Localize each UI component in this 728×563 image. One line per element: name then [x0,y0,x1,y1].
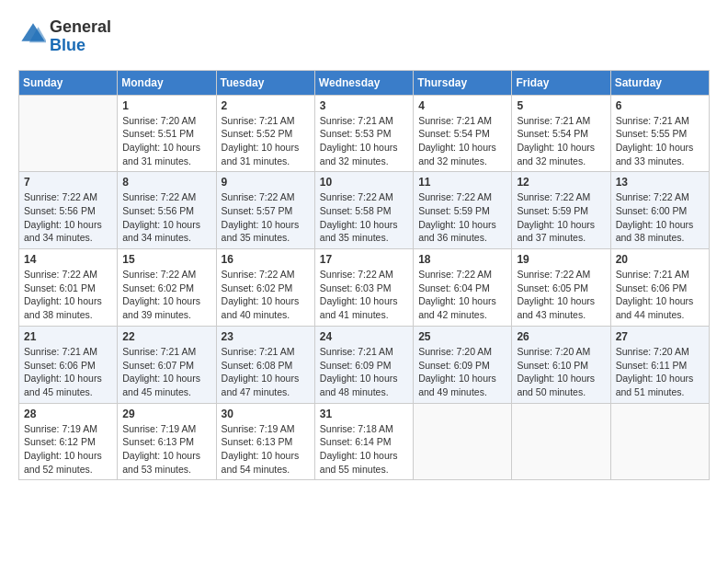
col-header-sunday: Sunday [19,70,118,95]
calendar-cell: 18Sunrise: 7:22 AMSunset: 6:04 PMDayligh… [414,249,512,327]
day-info: Sunrise: 7:22 AMSunset: 6:00 PMDaylight:… [616,190,704,245]
day-info: Sunrise: 7:21 AMSunset: 5:55 PMDaylight:… [616,114,704,168]
day-info: Sunrise: 7:22 AMSunset: 6:02 PMDaylight:… [222,268,310,322]
day-number: 1 [122,99,210,112]
calendar-cell: 29Sunrise: 7:19 AMSunset: 6:13 PMDayligh… [118,403,216,480]
day-number: 4 [418,99,506,112]
day-number: 19 [517,253,605,266]
day-info: Sunrise: 7:21 AMSunset: 5:53 PMDaylight:… [320,114,408,168]
calendar-cell [19,95,118,172]
day-info: Sunrise: 7:22 AMSunset: 5:59 PMDaylight:… [418,190,506,245]
calendar-cell [610,403,709,480]
calendar-cell [414,403,512,480]
day-info: Sunrise: 7:18 AMSunset: 6:14 PMDaylight:… [320,422,408,477]
calendar-cell: 20Sunrise: 7:21 AMSunset: 6:06 PMDayligh… [610,249,709,327]
day-info: Sunrise: 7:21 AMSunset: 5:52 PMDaylight:… [222,114,310,168]
day-info: Sunrise: 7:22 AMSunset: 5:56 PMDaylight:… [24,190,112,245]
calendar-cell: 27Sunrise: 7:20 AMSunset: 6:11 PMDayligh… [610,326,709,403]
day-info: Sunrise: 7:19 AMSunset: 6:13 PMDaylight:… [122,422,210,477]
day-info: Sunrise: 7:21 AMSunset: 6:06 PMDaylight:… [616,268,704,322]
day-info: Sunrise: 7:22 AMSunset: 6:04 PMDaylight:… [418,268,506,322]
col-header-thursday: Thursday [414,70,512,95]
calendar-table: SundayMondayTuesdayWednesdayThursdayFrid… [18,70,710,481]
calendar-cell: 26Sunrise: 7:20 AMSunset: 6:10 PMDayligh… [512,326,610,403]
calendar-cell: 24Sunrise: 7:21 AMSunset: 6:09 PMDayligh… [314,326,413,403]
day-number: 9 [222,176,310,189]
day-number: 15 [122,253,210,266]
day-number: 27 [616,330,704,343]
calendar-cell: 28Sunrise: 7:19 AMSunset: 6:12 PMDayligh… [19,403,118,480]
day-info: Sunrise: 7:22 AMSunset: 5:58 PMDaylight:… [320,190,408,245]
day-number: 25 [418,330,506,343]
day-info: Sunrise: 7:22 AMSunset: 5:56 PMDaylight:… [122,190,210,245]
day-info: Sunrise: 7:21 AMSunset: 6:06 PMDaylight:… [24,345,112,399]
day-number: 11 [418,176,506,189]
day-number: 23 [222,330,310,343]
day-number: 18 [418,253,506,266]
day-info: Sunrise: 7:22 AMSunset: 5:59 PMDaylight:… [517,190,605,245]
day-number: 10 [320,176,408,189]
day-number: 20 [616,253,704,266]
day-info: Sunrise: 7:20 AMSunset: 6:10 PMDaylight:… [517,345,605,399]
day-info: Sunrise: 7:22 AMSunset: 6:01 PMDaylight:… [24,268,112,322]
day-number: 12 [517,176,605,189]
day-number: 2 [222,99,310,112]
calendar-cell: 6Sunrise: 7:21 AMSunset: 5:55 PMDaylight… [610,95,709,172]
calendar-cell: 31Sunrise: 7:18 AMSunset: 6:14 PMDayligh… [314,403,413,480]
day-info: Sunrise: 7:21 AMSunset: 6:08 PMDaylight:… [222,345,310,399]
day-number: 31 [320,408,408,420]
calendar-cell: 1Sunrise: 7:20 AMSunset: 5:51 PMDaylight… [118,95,216,172]
calendar-cell: 11Sunrise: 7:22 AMSunset: 5:59 PMDayligh… [414,172,512,249]
calendar-cell: 10Sunrise: 7:22 AMSunset: 5:58 PMDayligh… [314,172,413,249]
day-number: 17 [320,253,408,266]
calendar-cell: 21Sunrise: 7:21 AMSunset: 6:06 PMDayligh… [19,326,118,403]
day-number: 29 [122,408,210,420]
day-info: Sunrise: 7:19 AMSunset: 6:12 PMDaylight:… [24,422,112,477]
page-header: General Blue [18,18,710,55]
col-header-tuesday: Tuesday [216,70,314,95]
day-number: 14 [24,253,112,266]
calendar-cell: 15Sunrise: 7:22 AMSunset: 6:02 PMDayligh… [118,249,216,327]
calendar-cell: 7Sunrise: 7:22 AMSunset: 5:56 PMDaylight… [19,172,118,249]
calendar-cell: 22Sunrise: 7:21 AMSunset: 6:07 PMDayligh… [118,326,216,403]
day-info: Sunrise: 7:19 AMSunset: 6:13 PMDaylight:… [222,422,310,477]
day-number: 13 [616,176,704,189]
calendar-cell: 9Sunrise: 7:22 AMSunset: 5:57 PMDaylight… [216,172,314,249]
logo: General Blue [18,18,111,55]
day-number: 6 [616,99,704,112]
logo-blue: Blue [50,37,111,55]
day-info: Sunrise: 7:20 AMSunset: 5:51 PMDaylight:… [122,114,210,168]
calendar-cell: 12Sunrise: 7:22 AMSunset: 5:59 PMDayligh… [512,172,610,249]
day-info: Sunrise: 7:22 AMSunset: 6:05 PMDaylight:… [517,268,605,322]
day-info: Sunrise: 7:21 AMSunset: 6:07 PMDaylight:… [122,345,210,399]
day-number: 21 [24,330,112,343]
day-number: 3 [320,99,408,112]
calendar-cell: 25Sunrise: 7:20 AMSunset: 6:09 PMDayligh… [414,326,512,403]
day-info: Sunrise: 7:20 AMSunset: 6:09 PMDaylight:… [418,345,506,399]
calendar-cell: 19Sunrise: 7:22 AMSunset: 6:05 PMDayligh… [512,249,610,327]
day-number: 24 [320,330,408,343]
col-header-wednesday: Wednesday [314,70,413,95]
day-info: Sunrise: 7:20 AMSunset: 6:11 PMDaylight:… [616,345,704,399]
calendar-cell: 30Sunrise: 7:19 AMSunset: 6:13 PMDayligh… [216,403,314,480]
calendar-cell: 4Sunrise: 7:21 AMSunset: 5:54 PMDaylight… [414,95,512,172]
day-info: Sunrise: 7:22 AMSunset: 6:02 PMDaylight:… [122,268,210,322]
logo-general: General [50,18,111,37]
calendar-cell: 2Sunrise: 7:21 AMSunset: 5:52 PMDaylight… [216,95,314,172]
calendar-cell: 14Sunrise: 7:22 AMSunset: 6:01 PMDayligh… [19,249,118,327]
day-info: Sunrise: 7:22 AMSunset: 5:57 PMDaylight:… [222,190,310,245]
col-header-monday: Monday [118,70,216,95]
day-info: Sunrise: 7:21 AMSunset: 5:54 PMDaylight:… [418,114,506,168]
day-number: 26 [517,330,605,343]
day-number: 22 [122,330,210,343]
calendar-cell: 5Sunrise: 7:21 AMSunset: 5:54 PMDaylight… [512,95,610,172]
day-info: Sunrise: 7:21 AMSunset: 6:09 PMDaylight:… [320,345,408,399]
col-header-saturday: Saturday [610,70,709,95]
day-number: 28 [24,408,112,420]
calendar-cell: 23Sunrise: 7:21 AMSunset: 6:08 PMDayligh… [216,326,314,403]
day-number: 30 [222,408,310,420]
day-info: Sunrise: 7:21 AMSunset: 5:54 PMDaylight:… [517,114,605,168]
calendar-cell: 16Sunrise: 7:22 AMSunset: 6:02 PMDayligh… [216,249,314,327]
calendar-cell: 8Sunrise: 7:22 AMSunset: 5:56 PMDaylight… [118,172,216,249]
day-info: Sunrise: 7:22 AMSunset: 6:03 PMDaylight:… [320,268,408,322]
